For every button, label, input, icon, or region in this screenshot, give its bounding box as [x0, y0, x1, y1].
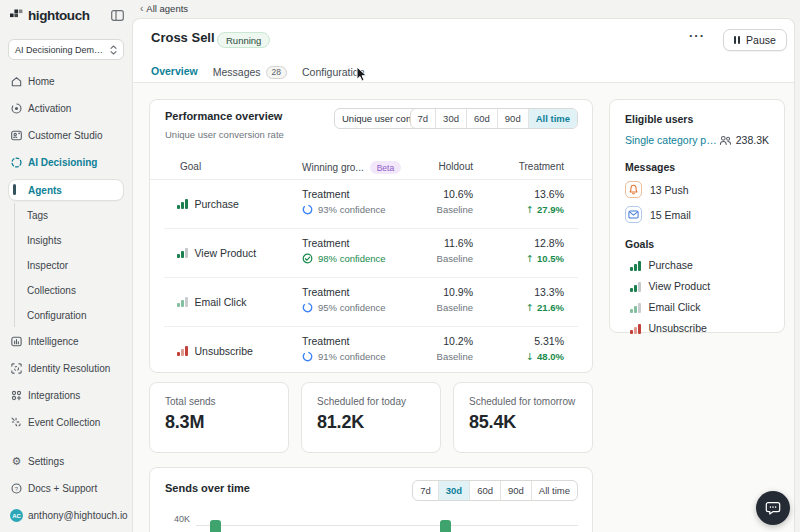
right-gutter [795, 0, 800, 532]
performance-subtitle: Unique user conversion rate [165, 129, 284, 140]
performance-title: Performance overview [165, 110, 282, 122]
column-header-treatment: Treatment [519, 161, 564, 172]
sidebar-item-activation[interactable]: Activation [0, 95, 132, 122]
summary-goal-purchase: Purchase [625, 259, 769, 271]
stat-card-scheduled-today: Scheduled for today 81.2K [301, 382, 441, 453]
sends-over-time-panel: Sends over time 7d 30d 60d 90d All time … [149, 467, 593, 532]
audience-count: 238.3K [719, 134, 769, 146]
summary-goal-email-click: Email Click [625, 301, 769, 313]
sidebar-item-agents[interactable]: Agents [8, 179, 124, 201]
range-90d[interactable]: 90d [497, 109, 528, 128]
sidebar-item-event-collection[interactable]: Event Collection [0, 409, 132, 436]
messages-push-row: 13 Push [625, 181, 769, 198]
audience-link[interactable]: Single category pur... [625, 134, 719, 146]
agent-summary-panel: Eligible users Single category pur... 23… [609, 99, 785, 333]
confidence-indicator: 98% confidence [302, 253, 386, 264]
goal-row-email-click: Email Click Treatment 95% confidence 10.… [150, 277, 592, 326]
y-axis-tick-40k: 40K [174, 514, 190, 524]
sidebar-item-ai-decisioning[interactable]: AI Decisioning [0, 149, 132, 176]
confidence-ring-icon [302, 351, 313, 362]
lift-value: ↓48.0% [526, 351, 564, 362]
ai-decisioning-icon [10, 156, 23, 169]
column-header-winning-group: Winning gro... Beta [302, 161, 401, 174]
summary-goal-unsubscribe: Unsubscribe [625, 322, 769, 334]
sidebar-item-home[interactable]: Home [0, 68, 132, 95]
eligible-users-heading: Eligible users [625, 113, 769, 125]
range-60d[interactable]: 60d [466, 109, 497, 128]
sidebar-footer: ⚙ Settings ? Docs + Support AC anthony@h… [0, 448, 132, 529]
email-envelope-icon [625, 206, 642, 223]
range-all-time[interactable]: All time [528, 109, 577, 128]
messages-count-badge: 28 [266, 66, 287, 79]
agent-detail-card: Cross Sell Running ··· Pause Overview Me… [132, 18, 795, 532]
summary-goal-view-product: View Product [625, 280, 769, 292]
sends-range-30d[interactable]: 30d [438, 481, 469, 500]
activation-icon [10, 102, 23, 115]
sidebar-item-tags[interactable]: Tags [0, 203, 132, 228]
stat-card-scheduled-tomorrow: Scheduled for tomorrow 85.4K [453, 382, 593, 453]
sends-bar [210, 520, 221, 532]
page-title: Cross Sell [151, 30, 215, 45]
active-item-indicator [13, 184, 16, 195]
push-bell-icon [625, 181, 642, 198]
sends-title: Sends over time [165, 482, 250, 494]
goal-bars-icon [177, 296, 188, 307]
gridline-40k [196, 525, 578, 526]
workspace-selector[interactable]: AI Decisioning Demo - ... [8, 39, 124, 60]
sidebar-item-identity-resolution[interactable]: Identity Resolution [0, 355, 132, 382]
messages-heading: Messages [625, 161, 769, 173]
intelligence-icon [10, 335, 23, 348]
user-avatar: AC [10, 509, 23, 522]
confidence-indicator: 91% confidence [302, 351, 386, 362]
sidebar-item-docs-support[interactable]: ? Docs + Support [0, 475, 132, 502]
event-collection-icon [10, 416, 23, 429]
sidebar-item-inspector[interactable]: Inspector [0, 253, 132, 278]
confidence-indicator: 93% confidence [302, 204, 386, 215]
sidebar-item-configuration[interactable]: Configuration [0, 303, 132, 328]
overflow-menu-button[interactable]: ··· [689, 28, 705, 43]
lift-value: ↑10.5% [526, 253, 564, 264]
performance-overview-panel: Performance overview Unique user convers… [149, 99, 593, 373]
pause-button[interactable]: Pause [723, 29, 787, 51]
goal-bars-icon [630, 323, 641, 334]
integrations-icon [10, 389, 23, 402]
users-icon [719, 135, 732, 146]
goal-row-view-product: View Product Treatment 98% confidence 11… [150, 228, 592, 277]
sidebar: hightouch AI Decisioning Demo - ... Home… [0, 0, 132, 532]
sends-bar [440, 520, 451, 532]
column-header-holdout: Holdout [439, 161, 473, 172]
goal-bars-icon [630, 260, 641, 271]
sidebar-item-intelligence[interactable]: Intelligence [0, 328, 132, 355]
breadcrumb-all-agents[interactable]: ‹ All agents [140, 3, 188, 14]
updown-chevron-icon [110, 45, 117, 55]
help-icon: ? [10, 482, 23, 495]
sidebar-item-account[interactable]: AC anthony@hightouch.io [0, 502, 132, 529]
sidebar-collapse-icon[interactable] [111, 10, 124, 21]
sends-range-60d[interactable]: 60d [469, 481, 500, 500]
sends-range-90d[interactable]: 90d [500, 481, 531, 500]
goal-row-unsubscribe: Unsubscribe Treatment 91% confidence 10.… [150, 326, 592, 375]
brand-wordmark[interactable]: hightouch [28, 8, 90, 23]
chat-bubble-icon [765, 501, 781, 516]
sidebar-item-collections[interactable]: Collections [0, 278, 132, 303]
chat-support-button[interactable] [756, 491, 790, 525]
goal-bars-icon [630, 281, 641, 292]
messages-email-row: 15 Email [625, 206, 769, 223]
pause-icon [734, 36, 740, 44]
sends-range-7d[interactable]: 7d [413, 481, 438, 500]
sidebar-item-customer-studio[interactable]: Customer Studio [0, 122, 132, 149]
goal-bars-icon [630, 302, 641, 313]
sidebar-item-integrations[interactable]: Integrations [0, 382, 132, 409]
sidebar-item-settings[interactable]: ⚙ Settings [0, 448, 132, 475]
goal-bars-icon [177, 198, 188, 209]
home-icon [10, 75, 23, 88]
confidence-indicator: 95% confidence [302, 302, 386, 313]
stat-card-total-sends: Total sends 8.3M [149, 382, 289, 453]
range-30d[interactable]: 30d [435, 109, 466, 128]
sidebar-item-insights[interactable]: Insights [0, 228, 132, 253]
beta-badge: Beta [370, 161, 402, 174]
sends-range-all-time[interactable]: All time [531, 481, 577, 500]
confidence-check-icon [302, 253, 313, 264]
performance-range-selector: 7d 30d 60d 90d All time [410, 108, 578, 129]
range-7d[interactable]: 7d [411, 109, 436, 128]
